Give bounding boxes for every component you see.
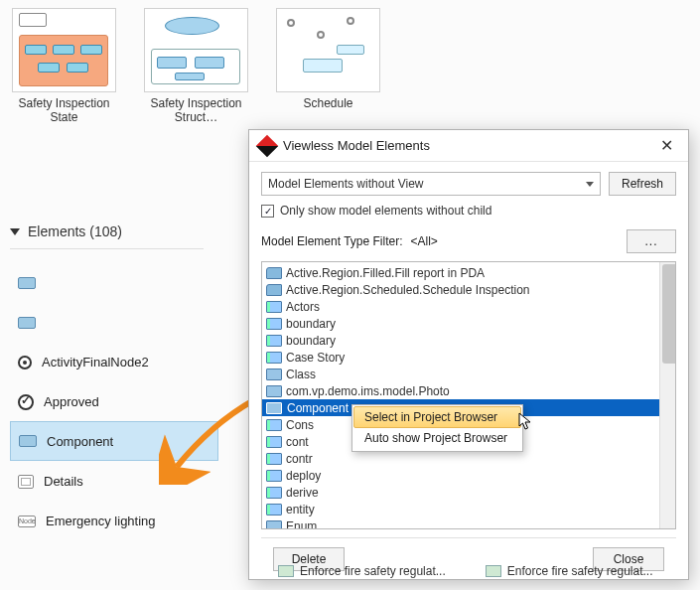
element-label: Enforce fire safety regulat... bbox=[300, 564, 446, 578]
type-filter-more-button[interactable]: ... bbox=[627, 229, 676, 253]
list-item-label: Enum bbox=[286, 519, 317, 530]
app-logo-icon bbox=[256, 134, 279, 157]
type-filter-value: <All> bbox=[411, 234, 438, 248]
node-icon: Node bbox=[18, 516, 36, 527]
view-filter-combo[interactable]: Model Elements without View bbox=[261, 172, 601, 196]
elements-section-title: Elements (108) bbox=[28, 223, 122, 239]
list-item-label: Case Story bbox=[286, 351, 345, 365]
only-show-without-child-checkbox[interactable]: ✓ Only show model elements without child bbox=[261, 204, 676, 218]
element-label: Component bbox=[47, 434, 113, 449]
stereotype-icon bbox=[266, 453, 282, 465]
stereotype-icon bbox=[266, 487, 282, 499]
element-icon bbox=[18, 277, 36, 289]
stereotype-icon bbox=[266, 335, 282, 347]
element-label: Details bbox=[44, 474, 83, 489]
diagram-preview-icon bbox=[12, 8, 116, 92]
collapse-triangle-icon bbox=[10, 228, 20, 235]
list-item[interactable]: Details bbox=[10, 461, 218, 501]
diagram-thumbnail-label: Safety Inspection Struct… bbox=[144, 96, 248, 124]
refresh-button[interactable]: Refresh bbox=[609, 172, 676, 196]
list-item[interactable] bbox=[10, 262, 218, 302]
type-filter-label: Model Element Type Filter: bbox=[261, 234, 403, 248]
list-item-label: Active.Region.Scheduled.Schedule Inspect… bbox=[286, 283, 530, 297]
activity-final-icon bbox=[18, 356, 32, 369]
list-item-selected[interactable]: Component bbox=[10, 421, 218, 461]
diagram-thumbnail[interactable]: Safety Inspection State bbox=[12, 8, 116, 124]
class-icon bbox=[266, 385, 282, 397]
menu-item-select-in-project-browser[interactable]: Select in Project Browser bbox=[353, 406, 521, 428]
list-item-label: Actors bbox=[286, 300, 320, 314]
checkbox-label: Only show model elements without child bbox=[280, 204, 491, 218]
context-menu: Select in Project Browser Auto show Proj… bbox=[351, 404, 523, 452]
viewless-model-elements-dialog: Viewless Model Elements ✕ Model Elements… bbox=[248, 129, 689, 580]
stereotype-icon bbox=[266, 504, 282, 516]
diagram-thumbnail-label: Safety Inspection State bbox=[12, 96, 116, 124]
list-item[interactable]: Enforce fire safety regulat... bbox=[278, 564, 446, 578]
region-icon bbox=[266, 284, 282, 296]
element-icon bbox=[18, 317, 36, 329]
approved-icon bbox=[18, 394, 34, 410]
details-icon bbox=[18, 475, 34, 489]
component-icon bbox=[266, 402, 282, 414]
dialog-title: Viewless Model Elements bbox=[283, 138, 654, 153]
enum-icon bbox=[266, 520, 282, 530]
stereotype-icon bbox=[266, 419, 282, 431]
list-item[interactable]: Approved bbox=[10, 381, 218, 421]
list-item-label: contr bbox=[286, 452, 313, 466]
region-icon bbox=[266, 267, 282, 279]
section-divider bbox=[10, 248, 204, 249]
diagram-thumbnail-row: Safety Inspection State Safety Inspectio… bbox=[12, 8, 688, 124]
dialog-titlebar[interactable]: Viewless Model Elements ✕ bbox=[249, 130, 688, 162]
element-label: Enforce fire safety regulat... bbox=[507, 564, 653, 578]
list-item-label: Cons bbox=[286, 418, 314, 432]
list-item-label: cont bbox=[286, 435, 309, 449]
class-icon bbox=[266, 369, 282, 380]
element-icon bbox=[278, 565, 294, 577]
menu-item-auto-show-project-browser[interactable]: Auto show Project Browser bbox=[354, 427, 520, 449]
scrollbar[interactable] bbox=[659, 262, 675, 528]
list-item[interactable]: Node Emergency lighting bbox=[10, 501, 218, 540]
list-item-label: boundary bbox=[286, 334, 336, 348]
list-item-label: Component bbox=[286, 401, 350, 415]
stereotype-icon bbox=[266, 470, 282, 482]
diagram-thumbnail-label: Schedule bbox=[276, 96, 380, 110]
list-item[interactable]: Enforce fire safety regulat... bbox=[486, 564, 653, 578]
list-item[interactable]: ActivityFinalNode2 bbox=[10, 342, 218, 381]
model-elements-listbox[interactable]: Active.Region.Filled.Fill report in PDA … bbox=[261, 261, 676, 529]
background-elements-row: Enforce fire safety regulat... Enforce f… bbox=[278, 564, 695, 578]
element-label: ActivityFinalNode2 bbox=[42, 355, 149, 369]
scrollbar-thumb[interactable] bbox=[662, 264, 676, 364]
diagram-preview-icon bbox=[144, 8, 248, 92]
stereotype-icon bbox=[266, 436, 282, 448]
list-item-label: Active.Region.Filled.Fill report in PDA bbox=[286, 266, 485, 280]
diagram-preview-icon bbox=[276, 8, 380, 92]
diagram-thumbnail[interactable]: Schedule bbox=[276, 8, 380, 124]
list-item[interactable] bbox=[10, 302, 218, 342]
list-item-label: derive bbox=[286, 486, 319, 500]
close-icon[interactable]: ✕ bbox=[654, 136, 678, 155]
elements-section-header[interactable]: Elements (108) bbox=[10, 223, 122, 239]
checkbox-icon: ✓ bbox=[261, 205, 274, 218]
stereotype-icon bbox=[266, 352, 282, 364]
list-item-label: boundary bbox=[286, 317, 336, 331]
elements-list: ActivityFinalNode2 Approved Component De… bbox=[10, 262, 218, 540]
stereotype-icon bbox=[266, 301, 282, 313]
stereotype-icon bbox=[266, 318, 282, 330]
list-item-label: Class bbox=[286, 368, 316, 381]
combo-value: Model Elements without View bbox=[268, 177, 424, 191]
diagram-thumbnail[interactable]: Safety Inspection Struct… bbox=[144, 8, 248, 124]
element-label: Emergency lighting bbox=[46, 514, 156, 528]
list-item-label: com.vp.demo.ims.model.Photo bbox=[286, 384, 450, 398]
list-item-label: deploy bbox=[286, 469, 321, 483]
list-item-label: entity bbox=[286, 503, 315, 516]
element-icon bbox=[486, 565, 501, 577]
component-icon bbox=[19, 435, 37, 447]
element-label: Approved bbox=[44, 394, 99, 409]
